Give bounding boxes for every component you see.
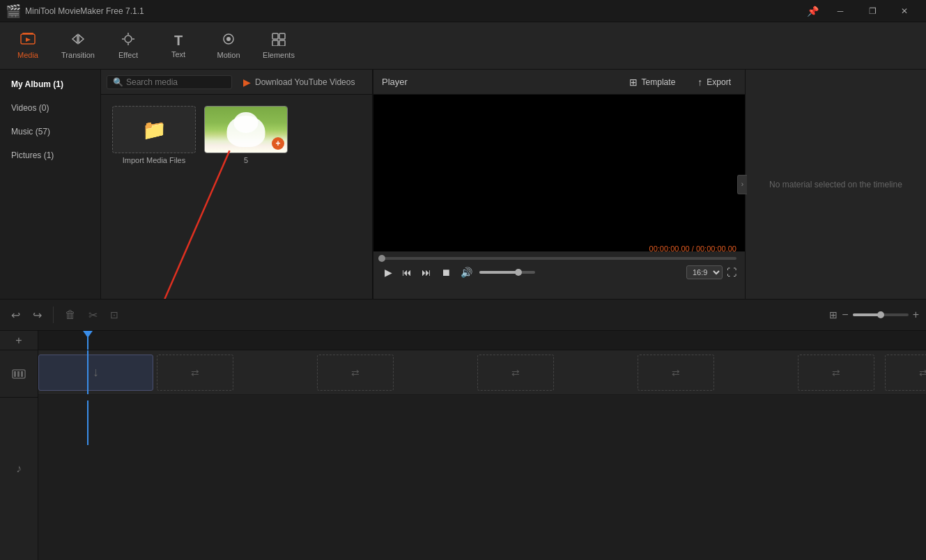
video-track-icon-container — [0, 353, 38, 398]
transition-cell-3[interactable]: ⇄ — [477, 355, 554, 391]
transition-arrow-1: ⇄ — [191, 367, 199, 378]
download-youtube-button[interactable]: ▶ Download YouTube Videos — [238, 74, 360, 91]
toolbar-item-effect[interactable]: Effect — [103, 25, 153, 67]
chevron-right-icon: › — [741, 180, 743, 188]
toolbar-separator-1 — [53, 306, 54, 323]
delete-button[interactable]: 🗑 — [61, 306, 80, 324]
app: 🎬 MiniTool MovieMaker Free 7.1.1 📌 ─ ❐ ✕… — [0, 0, 926, 560]
cut-button[interactable]: ✂ — [84, 306, 102, 325]
toolbar-item-transition[interactable]: Transition — [53, 25, 103, 67]
search-input[interactable] — [126, 77, 226, 87]
video-clip-1[interactable]: ↓ — [38, 355, 153, 391]
transition-cell-1[interactable]: ⇄ — [157, 355, 233, 391]
volume-dot — [515, 269, 522, 276]
left-panel: My Album (1) Videos (0) Music (57) Pictu… — [0, 70, 373, 299]
export-button[interactable]: ↑ Export — [692, 74, 736, 91]
transition-arrow-6: ⇄ — [919, 367, 926, 378]
zoom-slider[interactable] — [853, 313, 909, 316]
add-track-button[interactable]: + — [0, 331, 38, 350]
toolbar-item-text[interactable]: T Text — [153, 25, 203, 67]
playhead[interactable] — [87, 331, 88, 350]
elements-icon — [271, 32, 286, 49]
redo-button[interactable]: ↪ — [29, 306, 46, 325]
transition-arrow-3: ⇄ — [511, 367, 520, 378]
stop-button[interactable]: ⏹ — [438, 265, 454, 279]
transition-cell-4[interactable]: ⇄ — [638, 355, 714, 391]
titlebar: 🎬 MiniTool MovieMaker Free 7.1.1 📌 ─ ❐ ✕ — [0, 0, 926, 22]
volume-slider[interactable] — [479, 271, 535, 274]
aspect-ratio-select[interactable]: 16:9 9:16 4:3 1:1 — [686, 265, 723, 279]
player-header: Player ⊞ Template ↑ Export — [373, 70, 745, 95]
transition-arrow-2: ⇄ — [351, 367, 360, 378]
svg-rect-19 — [21, 371, 23, 377]
transition-cell-5[interactable]: ⇄ — [798, 355, 874, 391]
effect-icon — [121, 32, 136, 49]
motion-label: Motion — [217, 51, 240, 59]
import-media-item[interactable]: 📁 Import Media Files — [112, 106, 196, 164]
sidebar-item-music[interactable]: Music (57) — [0, 120, 100, 143]
progress-bar[interactable] — [382, 257, 736, 260]
toolbar-item-media[interactable]: Media — [3, 25, 53, 67]
media-label: Media — [17, 51, 38, 59]
crop-button[interactable]: ⊡ — [106, 306, 123, 323]
zoom-in-button[interactable]: + — [913, 309, 919, 321]
transition-icon — [70, 32, 86, 49]
video-canvas — [373, 95, 745, 251]
undo-button[interactable]: ↩ — [7, 306, 24, 325]
dog-thumb: + — [204, 106, 288, 153]
timeline-ruler — [38, 331, 926, 350]
svg-rect-17 — [14, 371, 16, 377]
svg-point-3 — [125, 36, 132, 42]
import-thumb: 📁 — [112, 106, 196, 153]
sidebar-item-videos[interactable]: Videos (0) — [0, 96, 100, 120]
close-button[interactable]: ✕ — [888, 0, 920, 22]
volume-button[interactable]: 🔊 — [458, 265, 475, 279]
text-icon: T — [174, 33, 183, 49]
svg-line-15 — [157, 150, 230, 299]
next-frame-button[interactable]: ⏭ — [419, 265, 434, 279]
transition-cell-2[interactable]: ⇄ — [317, 355, 394, 391]
restore-button[interactable]: ❐ — [856, 0, 888, 22]
effect-label: Effect — [118, 51, 138, 59]
zoom-dot — [877, 311, 884, 318]
fit-button[interactable]: ⊞ — [829, 309, 838, 320]
toolbar-item-elements[interactable]: Elements — [254, 25, 304, 67]
template-button[interactable]: ⊞ Template — [624, 74, 681, 91]
app-logo-icon: 🎬 — [6, 3, 21, 19]
timeline-left-controls: + ♪ — [0, 331, 38, 560]
bottom-toolbar: ↩ ↪ 🗑 ✂ ⊡ ⊞ − + — [0, 299, 926, 331]
sidebar-item-my-album[interactable]: My Album (1) — [0, 72, 100, 96]
toolbar: Media Transition Effect T Text Motion — [0, 22, 926, 70]
audio-track-row — [38, 400, 926, 445]
play-button[interactable]: ▶ — [382, 265, 395, 279]
dog-video-item[interactable]: + 5 — [204, 106, 288, 164]
search-icon: 🔍 — [113, 77, 123, 87]
timeline-container: + ♪ — [0, 331, 926, 560]
collapse-toggle[interactable]: › — [737, 175, 747, 194]
time-display: 00:00:00.00 / 00:00:00.00 — [649, 244, 736, 253]
player-panel: Player ⊞ Template ↑ Export — [373, 70, 745, 299]
playhead-line-audio — [87, 400, 88, 445]
add-to-timeline-badge[interactable]: + — [272, 137, 284, 150]
svg-rect-13 — [279, 40, 285, 46]
no-material-text: No material selected on the timeline — [755, 166, 916, 203]
fullscreen-button[interactable]: ⛶ — [727, 267, 736, 278]
player-controls: 00:00:00.00 / 00:00:00.00 ▶ ⏮ ⏭ ⏹ 🔊 — [373, 251, 745, 299]
zoom-out-button[interactable]: − — [842, 309, 848, 321]
right-panel: Player ⊞ Template ↑ Export — [373, 70, 926, 299]
svg-rect-1 — [22, 33, 33, 34]
media-icon — [20, 32, 36, 49]
dog-video-label: 5 — [244, 156, 248, 164]
prev-frame-button[interactable]: ⏮ — [399, 265, 415, 279]
transition-label: Transition — [61, 51, 95, 59]
media-content: 📁 Import Media Files — [101, 95, 372, 299]
svg-rect-18 — [17, 371, 20, 377]
toolbar-item-motion[interactable]: Motion — [203, 25, 254, 67]
sidebar-item-pictures[interactable]: Pictures (1) — [0, 143, 100, 167]
video-track-icon — [12, 368, 26, 383]
minimize-button[interactable]: ─ — [824, 0, 856, 22]
transition-cell-6[interactable]: ⇄ — [885, 355, 926, 391]
zoom-fill — [853, 313, 881, 316]
video-track-row: ↓ ⇄ ⇄ ⇄ ⇄ ⇄ ⇄ — [38, 350, 926, 395]
properties-panel: › No material selected on the timeline — [745, 70, 926, 299]
